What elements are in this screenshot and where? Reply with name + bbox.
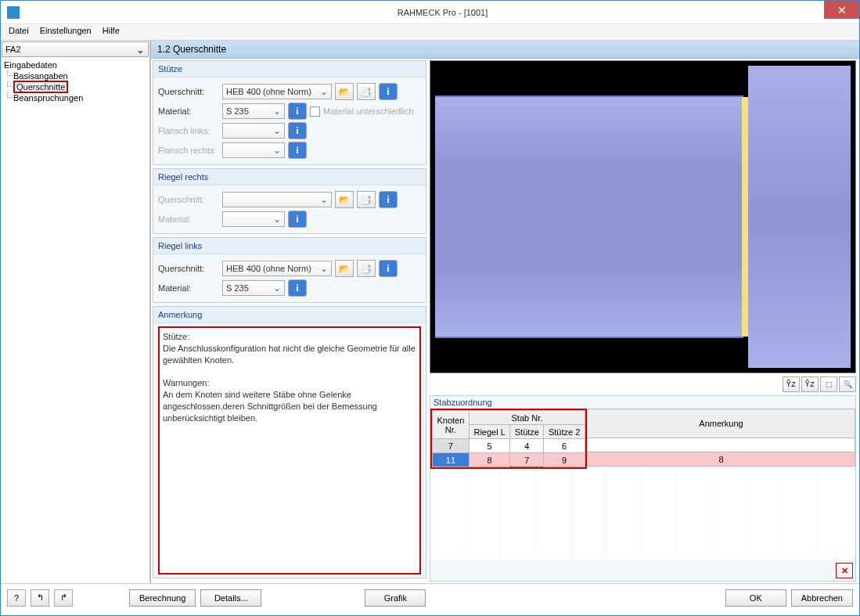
grafik-button[interactable]: Grafik [365, 589, 426, 607]
lbl-rr-material: Material: [158, 214, 219, 224]
group-riegel-links: Riegel links Querschnitt: HEB 400 (ohne … [153, 237, 426, 303]
window-title: RAHMECK Pro - [1001] [26, 8, 859, 17]
group-title-stuetze: Stütze [153, 61, 426, 77]
table-row[interactable] [588, 438, 855, 452]
group-anmerkung: Anmerkung Stütze: Die Anschlusskonfigura… [153, 306, 426, 578]
tree-basisangaben[interactable]: Basisangaben [4, 70, 146, 81]
graphic-viewport[interactable] [430, 60, 856, 373]
graphic-toolbar: ỸZ ỸZ ⬚ 🔍 [430, 373, 856, 395]
sel-rl-quersch[interactable]: HEB 400 (ohne Norm) [222, 261, 332, 276]
lbl-rr-quersch: Querschnitt: [158, 195, 219, 204]
group-title-anm: Anmerkung [153, 307, 426, 323]
btn-catalog-icon[interactable]: 📑 [357, 260, 376, 277]
stabz-table-right: Anmerkung 8 [587, 409, 855, 467]
table-row[interactable]: 7 5 4 6 [433, 439, 585, 453]
btn-info-icon: i [288, 211, 307, 228]
close-button[interactable]: ✕ [824, 1, 859, 19]
berechnung-button[interactable]: Berechnung [129, 589, 196, 607]
btn-info-icon[interactable]: i [288, 103, 307, 120]
left-panel: FA2 Eingabedaten Basisangaben Querschnit… [1, 41, 151, 583]
stabzuordnung-panel: Stabzuordnung KnotenNr. Stab Nr. Riege [430, 395, 856, 582]
btn-info-icon[interactable]: i [288, 142, 307, 159]
lbl-flansch-rechts: Flansch rechts: [158, 146, 219, 155]
btn-lib-icon[interactable]: 📂 [335, 83, 354, 100]
tree-beanspruchungen[interactable]: Beanspruchungen [4, 92, 146, 103]
ok-button[interactable]: OK [725, 589, 786, 607]
btn-info-icon[interactable]: i [379, 83, 398, 100]
help-button[interactable]: ? [7, 589, 26, 607]
lbl-rl-quersch: Querschnitt: [158, 264, 219, 273]
stabz-title: Stabzuordnung [430, 396, 855, 409]
annotation-text: Stütze: Die Anschlusskonfiguration hat n… [158, 326, 421, 575]
delete-row-button[interactable]: ✕ [836, 563, 853, 578]
tree-querschnitte[interactable]: Querschnitte [4, 81, 146, 92]
page-title: 1.2 Querschnitte [151, 41, 859, 59]
next-button[interactable]: ↱ [54, 589, 73, 607]
btn-catalog-icon: 📑 [357, 191, 376, 208]
tree-root[interactable]: Eingabedaten [4, 59, 146, 70]
group-stuetze: Stütze Querschnitt: HEB 400 (ohne Norm) … [153, 60, 426, 165]
btn-lib-icon[interactable]: 📂 [335, 260, 354, 277]
menu-help[interactable]: Hilfe [98, 24, 124, 40]
cb-material-diff[interactable] [310, 106, 320, 117]
sel-rr-material [222, 211, 285, 227]
lbl-flansch-links: Flansch links: [158, 126, 219, 135]
lbl-rl-material: Material: [158, 283, 219, 293]
sel-flansch-links [222, 123, 285, 139]
prev-button[interactable]: ↰ [31, 589, 49, 607]
btn-info-icon: i [379, 191, 398, 208]
stabz-table-left: KnotenNr. Stab Nr. Riegel L Stütze Stütz… [432, 410, 585, 467]
view-yz2-button[interactable]: ỸZ [801, 376, 819, 392]
lbl-material-diff: Material unterschiedlich [323, 106, 414, 116]
btn-lib-icon: 📂 [335, 191, 354, 208]
zoom-button[interactable]: 🔍 [839, 376, 856, 392]
view-yz1-button[interactable]: ỸZ [783, 376, 800, 392]
lbl-st-material: Material: [158, 106, 219, 116]
sel-rl-material[interactable]: S 235 [222, 280, 285, 296]
sel-rr-quersch [222, 192, 332, 207]
group-riegel-rechts: Riegel rechts Querschnitt: 📂 📑 i Materia… [153, 168, 426, 234]
cancel-button[interactable]: Abbrechen [791, 589, 853, 607]
table-empty-area [430, 469, 855, 560]
btn-info-icon[interactable]: i [288, 122, 307, 139]
btn-info-icon[interactable]: i [288, 279, 307, 297]
table-row[interactable]: 8 [588, 452, 855, 467]
group-title-riegell: Riegel links [153, 238, 426, 254]
menu-file[interactable]: Datei [4, 24, 34, 40]
sel-flansch-rechts [222, 142, 285, 158]
lbl-st-quersch: Querschnitt: [158, 87, 219, 96]
table-row[interactable]: 11 8 7 9 [433, 453, 585, 467]
footer: ? ↰ ↱ Berechnung Details... Grafik OK Ab… [1, 583, 859, 611]
btn-catalog-icon[interactable]: 📑 [357, 83, 376, 100]
details-button[interactable]: Details... [200, 589, 261, 607]
nav-tree: Eingabedaten Basisangaben Querschnitte B… [1, 58, 149, 105]
annotation-arrows [1, 611, 860, 616]
menubar: Datei Einstellungen Hilfe [1, 24, 859, 40]
menu-settings[interactable]: Einstellungen [35, 24, 96, 40]
sel-st-material[interactable]: S 235 [222, 103, 285, 119]
btn-info-icon[interactable]: i [379, 260, 398, 277]
group-title-riegelr: Riegel rechts [153, 169, 426, 186]
sel-st-quersch[interactable]: HEB 400 (ohne Norm) [222, 84, 332, 99]
view-3d-button[interactable]: ⬚ [820, 376, 837, 392]
titlebar: RAHMECK Pro - [1001] ✕ [1, 1, 859, 24]
case-combo[interactable]: FA2 [2, 41, 149, 57]
app-icon [7, 6, 20, 19]
